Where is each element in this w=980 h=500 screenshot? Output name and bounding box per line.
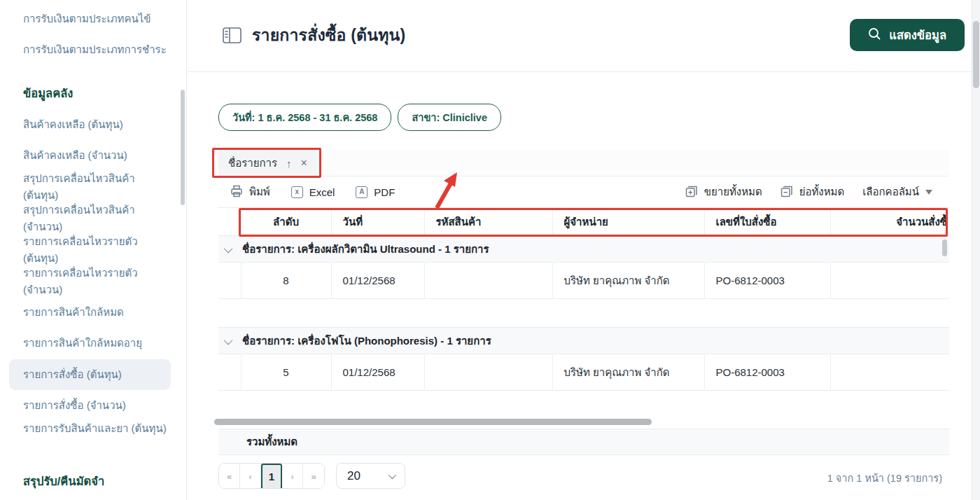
excel-icon: x: [291, 186, 303, 198]
pagination: « ‹ 1 › » 20: [218, 463, 405, 489]
cell-po-number: PO-6812-0003: [704, 354, 830, 391]
expand-all-icon: [685, 185, 698, 200]
filter-chips: วันที่: 1 ธ.ค. 2568 - 31 ธ.ค. 2568 สาขา:…: [218, 104, 501, 131]
column-header-seq[interactable]: ลำดับ: [241, 208, 331, 236]
cell-toggle: [218, 263, 241, 299]
table-row[interactable]: 5 01/12/2568 บริษัท ยาคุณภาพ จำกัด PO-68…: [218, 354, 949, 391]
sidebar-item-stock-remaining-qty[interactable]: สินค้าคงเหลือ (จำนวน): [23, 147, 167, 164]
search-icon: [868, 27, 881, 43]
column-header-supplier[interactable]: ผู้จำหน่าย: [552, 208, 704, 236]
page-number-button[interactable]: 1: [261, 464, 282, 489]
first-page-button[interactable]: «: [219, 464, 240, 489]
grand-total-row: รวมทั้งหมด: [218, 429, 949, 455]
sidebar-item-movement-summary-qty[interactable]: สรุปการเคลื่อนไหวสินค้า (จำนวน): [23, 202, 167, 235]
chevron-down-icon: [388, 471, 396, 478]
sort-ascending-icon[interactable]: ↑: [286, 158, 292, 169]
pdf-button-label: PDF: [374, 186, 395, 198]
expand-all-label: ขยายทั้งหมด: [704, 183, 762, 200]
cell-order-qty: [830, 263, 949, 299]
collapse-all-icon: [780, 185, 793, 200]
sidebar-item-income-by-patient-type[interactable]: การรับเงินตามประเภทคนไข้: [23, 11, 167, 27]
pager-buttons: « ‹ 1 › »: [218, 463, 325, 489]
cell-po-number: PO-6812-0003: [704, 263, 830, 299]
pdf-icon: A: [356, 186, 368, 198]
cell-product-code: [424, 263, 552, 299]
last-page-button[interactable]: »: [303, 464, 324, 489]
export-excel-button[interactable]: x Excel: [291, 186, 335, 198]
column-header-date[interactable]: วันที่: [331, 208, 424, 236]
sidebar-item-income-by-payment-type[interactable]: การรับเงินตามประเภทการชำระ: [23, 41, 167, 58]
topbar: รายการสั่งซื้อ (ต้นทุน) แสดงข้อมูล: [188, 0, 972, 72]
group-footer-row: [218, 391, 949, 415]
grid-vertical-scrollbar[interactable]: [942, 239, 947, 256]
cell-supplier: บริษัท ยาคุณภาพ จำกัด: [552, 263, 704, 299]
chevron-down-icon: [925, 190, 932, 195]
cell-supplier: บริษัท ยาคุณภาพ จำกัด: [552, 354, 704, 391]
cell-seq: 5: [241, 354, 331, 391]
cell-seq: 8: [241, 263, 331, 299]
page-size-value: 20: [347, 469, 360, 483]
group-row[interactable]: ชื่อรายการ: เครื่องผลักวิตามิน Ultrasoun…: [218, 236, 949, 263]
sidebar: การรับเงินตามประเภทคนไข้ การรับเงินตามปร…: [0, 0, 187, 500]
data-grid: ลำดับ วันที่ รหัสสินค้า ผู้จำหน่าย เลขที…: [218, 207, 949, 415]
sidebar-item-purchase-orders-cost[interactable]: รายการสั่งซื้อ (ต้นทุน): [23, 366, 122, 383]
printer-icon: [230, 185, 243, 200]
collapse-group-icon[interactable]: [224, 244, 233, 253]
remove-group-icon[interactable]: ×: [301, 157, 307, 169]
group-by-field-label: ชื่อรายการ: [228, 155, 277, 172]
sidebar-item-near-expiry[interactable]: รายการสินค้าใกล้หมดอายุ: [23, 335, 167, 352]
group-row-title: ชื่อรายการ: เครื่องผลักวิตามิน Ultrasoun…: [242, 243, 489, 255]
table-row[interactable]: 8 01/12/2568 บริษัท ยาคุณภาพ จำกัด PO-68…: [218, 263, 949, 299]
collapse-all-button[interactable]: ย่อทั้งหมด: [780, 183, 845, 200]
group-footer-row: [218, 299, 949, 328]
collapse-all-label: ย่อทั้งหมด: [799, 183, 845, 200]
page-size-select[interactable]: 20: [336, 463, 405, 489]
expand-all-button[interactable]: ขยายทั้งหมด: [685, 183, 762, 200]
window-scrollbar[interactable]: [972, 0, 980, 500]
report-icon: [223, 27, 241, 43]
group-row[interactable]: ชื่อรายการ: เครื่องโฟโน (Phonophoresis) …: [218, 328, 949, 354]
cell-date: 01/12/2568: [331, 263, 424, 299]
next-page-button[interactable]: ›: [282, 464, 303, 489]
export-pdf-button[interactable]: A PDF: [356, 186, 395, 198]
sidebar-item-movement-detail-qty[interactable]: รายการเคลื่อนไหวรายตัว (จำนวน): [23, 265, 167, 298]
toggle-column-header: [218, 208, 241, 236]
show-data-button[interactable]: แสดงข้อมูล: [850, 19, 965, 51]
grid-toolbar: พิมพ์ x Excel A PDF: [218, 176, 949, 207]
collapse-group-icon[interactable]: [224, 335, 233, 345]
sidebar-section-inventory: ข้อมูลคลัง: [23, 84, 167, 102]
choose-columns-label: เลือกคอลัมน์: [862, 183, 919, 200]
grid-header-row: ลำดับ วันที่ รหัสสินค้า ผู้จำหน่าย เลขที…: [218, 208, 949, 236]
sidebar-item-purchase-orders-qty[interactable]: รายการสั่งซื้อ (จำนวน): [23, 397, 167, 414]
group-by-panel: ชื่อรายการ ↑ ×: [218, 150, 949, 176]
previous-page-button[interactable]: ‹: [240, 464, 261, 489]
group-by-tag[interactable]: ชื่อรายการ ↑ ×: [218, 150, 317, 176]
sidebar-item-stock-remaining-cost[interactable]: สินค้าคงเหลือ (ต้นทุน): [23, 116, 167, 133]
column-header-order-qty[interactable]: จำนวนสั่งซื้: [830, 208, 949, 236]
grand-total-label: รวมทั้งหมด: [246, 433, 298, 450]
sidebar-item-goods-receipt-cost[interactable]: รายการรับสินค้าและยา (ต้นทุน): [23, 420, 167, 437]
page-title: รายการสั่งซื้อ (ต้นทุน): [252, 22, 405, 48]
show-data-button-label: แสดงข้อมูล: [889, 26, 946, 44]
cell-product-code: [424, 354, 552, 391]
filter-chip-date[interactable]: วันที่: 1 ธ.ค. 2568 - 31 ธ.ค. 2568: [218, 104, 391, 131]
excel-button-label: Excel: [309, 186, 335, 198]
group-row-title: ชื่อรายการ: เครื่องโฟโน (Phonophoresis) …: [242, 335, 491, 347]
sidebar-item-low-stock[interactable]: รายการสินค้าใกล้หมด: [23, 304, 167, 321]
column-header-product-code[interactable]: รหัสสินค้า: [424, 208, 552, 236]
page: การรับเงินตามประเภทคนไข้ การรับเงินตามปร…: [0, 0, 980, 500]
horizontal-scrollbar[interactable]: [214, 419, 652, 425]
cell-toggle: [218, 354, 241, 391]
filter-chip-branch[interactable]: สาขา: Cliniclive: [398, 104, 501, 131]
print-button-label: พิมพ์: [249, 183, 270, 200]
sidebar-section-deposit-summary: สรุปรับ/คืนมัดจำ: [23, 472, 167, 490]
window-scrollbar-thumb[interactable]: [973, 21, 979, 88]
cell-order-qty: [830, 354, 949, 391]
column-header-po-number[interactable]: เลขที่ใบสั่งซื้อ: [704, 208, 830, 236]
sidebar-scrollbar[interactable]: [181, 90, 185, 205]
print-button[interactable]: พิมพ์: [230, 183, 270, 200]
main-content: รายการสั่งซื้อ (ต้นทุน) แสดงข้อมูล วันที…: [188, 0, 972, 500]
sidebar-item-movement-summary-cost[interactable]: สรุปการเคลื่อนไหวสินค้า (ต้นทุน): [23, 170, 167, 204]
choose-columns-button[interactable]: เลือกคอลัมน์: [862, 183, 932, 200]
sidebar-item-movement-detail-cost[interactable]: รายการเคลื่อนไหวรายตัว (ต้นทุน): [23, 233, 167, 267]
